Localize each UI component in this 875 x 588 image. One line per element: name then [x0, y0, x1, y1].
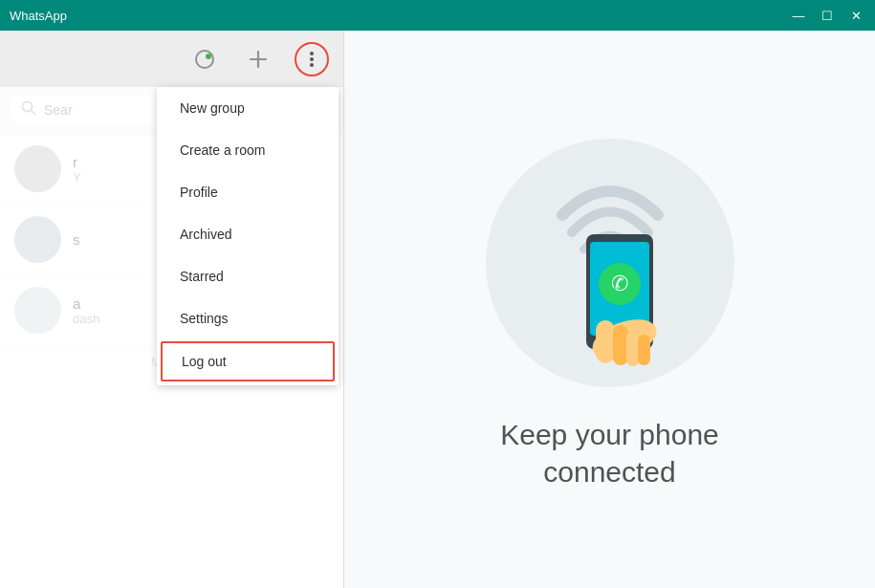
menu-item-profile[interactable]: Profile	[157, 171, 339, 213]
menu-item-logout[interactable]: Log out	[161, 341, 335, 381]
menu-item-new-group[interactable]: New group	[157, 87, 339, 129]
new-chat-button[interactable]	[241, 42, 275, 76]
whatsapp-illustration: ✆	[476, 129, 744, 397]
svg-point-4	[310, 52, 314, 55]
svg-rect-17	[613, 325, 628, 365]
left-panel: r Y s a d	[0, 31, 344, 588]
app-title: WhatsApp	[10, 9, 67, 23]
menu-item-settings[interactable]: Settings	[157, 297, 339, 339]
svg-rect-19	[638, 335, 650, 365]
chat-header	[0, 31, 343, 87]
app-body: r Y s a d	[0, 31, 875, 588]
dropdown-menu: New group Create a room Profile Archived…	[157, 87, 339, 385]
tagline-line1: Keep your phone	[500, 416, 719, 453]
svg-rect-18	[626, 330, 640, 366]
svg-text:✆: ✆	[611, 272, 628, 295]
tagline-text: Keep your phone connected	[500, 416, 719, 490]
menu-button[interactable]	[295, 42, 329, 76]
minimize-button[interactable]: —	[789, 9, 808, 23]
menu-item-archived[interactable]: Archived	[157, 213, 339, 255]
svg-point-5	[310, 57, 314, 61]
tagline-line2: connected	[500, 453, 719, 490]
menu-item-create-room[interactable]: Create a room	[157, 129, 339, 171]
menu-item-starred[interactable]: Starred	[157, 255, 339, 297]
window-controls: — ☐ ✕	[789, 9, 865, 23]
titlebar: WhatsApp — ☐ ✕	[0, 0, 875, 31]
svg-point-1	[206, 54, 211, 59]
svg-point-6	[310, 63, 314, 67]
restore-button[interactable]: ☐	[818, 9, 837, 23]
right-panel: ✆ Keep your phone connected	[344, 31, 875, 588]
close-button[interactable]: ✕	[846, 9, 865, 23]
status-icon-button[interactable]	[187, 42, 222, 76]
svg-rect-16	[596, 320, 615, 363]
svg-point-0	[196, 51, 213, 68]
